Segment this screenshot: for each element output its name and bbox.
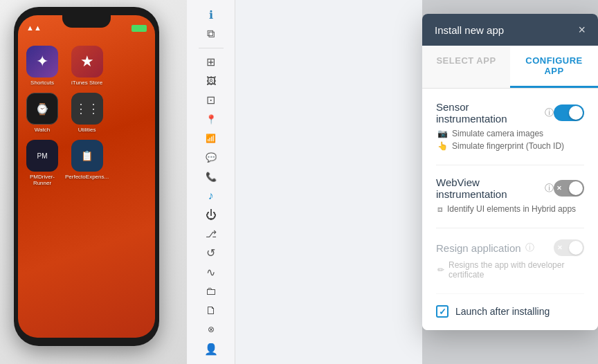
sensor-instrumentation-section: Sensor instrumentation ⓘ 📷 Simulate came…	[436, 101, 584, 165]
modal-body: Sensor instrumentation ⓘ 📷 Simulate came…	[422, 89, 598, 330]
edit-icon: ✏	[437, 265, 444, 275]
toggle-knob	[569, 181, 583, 195]
sidebar-item-network[interactable]: ⊗	[196, 322, 226, 338]
tab-configure-app[interactable]: CONFIGURE APP	[510, 46, 598, 88]
sidebar-item-usb[interactable]: ⎇	[196, 226, 226, 243]
list-item[interactable]: ✦ Shortcuts	[26, 46, 58, 86]
resign-sub-row: ✏ Resigns the app with developer certifi…	[437, 260, 584, 280]
sidebar-item-info[interactable]: ℹ	[196, 7, 226, 24]
tab-select-app[interactable]: SELECT APP	[422, 46, 510, 88]
sidebar-item-file[interactable]: 🗋	[196, 302, 226, 319]
sidebar-item-face[interactable]: ⊡	[196, 92, 226, 109]
sidebar-item-phone[interactable]: 📞	[196, 169, 226, 185]
launch-after-row[interactable]: ✓ Launch after installing	[436, 305, 584, 318]
sidebar-item-copy[interactable]: ⧉	[196, 26, 226, 43]
simulate-fingerprint-row: 👆 Simulate fingerprint (Touch ID)	[437, 141, 584, 151]
sidebar-item-wifi[interactable]: 📶	[196, 130, 226, 147]
wifi-status-icon: ▲▲	[26, 24, 42, 32]
toggle-knob	[569, 241, 583, 255]
identify-ui-row: ⧈ Identify UI elements in Hybrid apps	[437, 204, 584, 214]
resign-application-row: Resign application ⓘ ✕	[436, 239, 584, 256]
launch-after-checkbox[interactable]: ✓	[436, 305, 448, 318]
webview-instrumentation-row: WebView instrumentation ⓘ ✕	[436, 176, 584, 200]
webview-instrumentation-toggle[interactable]: ✕	[554, 180, 584, 197]
close-button[interactable]: ×	[578, 24, 586, 36]
app-grid: ✦ Shortcuts ★ iTunes Store ⌚ Watch	[24, 43, 150, 189]
install-app-modal: Install new app × SELECT APP CONFIGURE A…	[422, 14, 598, 330]
hybrid-icon: ⧈	[437, 204, 443, 214]
sidebar-item-refresh[interactable]: ↺	[196, 245, 226, 262]
list-item[interactable]: ★ iTunes Store	[65, 46, 109, 86]
phone-notch	[62, 15, 111, 28]
sidebar-item-location[interactable]: 📍	[196, 111, 226, 128]
list-item[interactable]: ⌚ Watch	[26, 93, 58, 133]
modal-tabs: SELECT APP CONFIGURE APP	[422, 46, 598, 89]
list-item[interactable]: ⋮⋮ Utilities	[65, 93, 109, 133]
phone-area: ▲▲ ✦ Shortcuts ★ iTunes Store	[0, 0, 187, 364]
sidebar-item-wave[interactable]: ∿	[196, 264, 226, 281]
phone-frame: ▲▲ ✦ Shortcuts ★ iTunes Store	[14, 7, 159, 346]
sidebar-divider	[199, 48, 224, 48]
sidebar: ℹ ⧉ ⊞ 🖼 ⊡ 📍 📶 💬 📞 ♪ ⏻ ⎇ ↺ ∿ 🗀 🗋 ⊗ 👤	[187, 0, 235, 364]
launch-after-label: Launch after installing	[455, 306, 550, 317]
modal-header: Install new app ×	[422, 14, 598, 46]
webview-instrumentation-label: WebView instrumentation ⓘ	[436, 176, 554, 200]
sensor-instrumentation-toggle[interactable]	[554, 104, 584, 121]
sidebar-item-grid[interactable]: ⊞	[196, 54, 226, 71]
sensor-instrumentation-label: Sensor instrumentation ⓘ	[436, 101, 554, 125]
resign-application-label: Resign application ⓘ	[436, 242, 534, 254]
modal-title: Install new app	[435, 24, 504, 36]
resign-application-toggle[interactable]: ✕	[554, 239, 584, 256]
sensor-info-icon[interactable]: ⓘ	[545, 107, 554, 119]
modal-overlay: Install new app × SELECT APP CONFIGURE A…	[422, 0, 598, 364]
sidebar-item-chat[interactable]: 💬	[196, 149, 226, 166]
webview-instrumentation-section: WebView instrumentation ⓘ ✕ ⧈ Identify U…	[436, 176, 584, 228]
spacer	[116, 46, 147, 78]
sidebar-item-power[interactable]: ⏻	[196, 207, 226, 224]
list-item[interactable]: 📋 PerfectoExpens...	[65, 140, 109, 186]
sidebar-item-folder[interactable]: 🗀	[196, 283, 226, 300]
content-area: Install new app × SELECT APP CONFIGURE A…	[235, 0, 598, 364]
webview-info-icon[interactable]: ⓘ	[545, 182, 554, 194]
sidebar-item-user[interactable]: 👤	[196, 340, 226, 357]
sensor-instrumentation-row: Sensor instrumentation ⓘ	[436, 101, 584, 125]
spacer	[116, 93, 147, 125]
battery-icon	[132, 25, 147, 32]
sidebar-item-music[interactable]: ♪	[196, 188, 226, 204]
camera-icon: 📷	[437, 129, 448, 138]
resign-application-section: Resign application ⓘ ✕ ✏ Resigns the app…	[436, 239, 584, 294]
fingerprint-icon: 👆	[437, 141, 448, 151]
resign-info-icon[interactable]: ⓘ	[525, 242, 534, 254]
simulate-camera-row: 📷 Simulate camera images	[437, 129, 584, 138]
checkmark-icon: ✓	[439, 307, 446, 317]
toggle-knob	[569, 106, 583, 120]
sidebar-item-image[interactable]: 🖼	[196, 73, 226, 90]
phone-screen: ▲▲ ✦ Shortcuts ★ iTunes Store	[18, 15, 155, 338]
list-item[interactable]: PM PMDriver-Runner	[26, 140, 58, 186]
